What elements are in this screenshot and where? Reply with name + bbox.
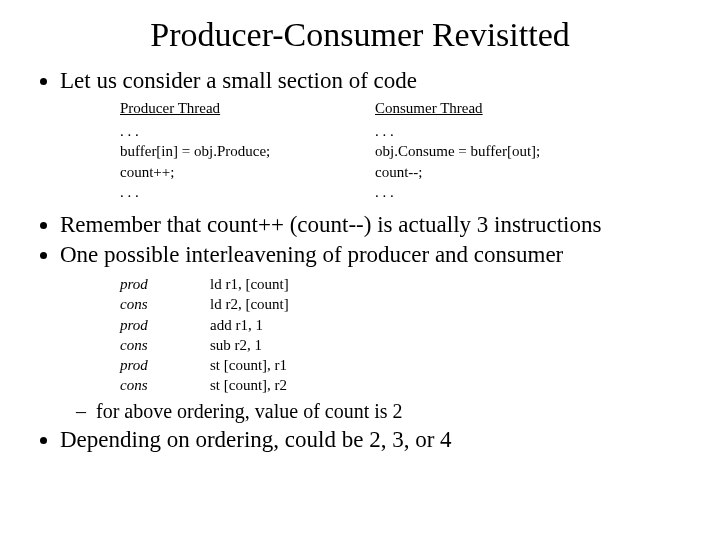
bullet-2: Remember that count++ (count--) is actua…: [60, 212, 690, 238]
producer-header: Producer Thread: [120, 100, 375, 117]
interleave-role: cons: [120, 294, 210, 314]
interleave-role: prod: [120, 315, 210, 335]
bullet-3: One possible interleavening of producer …: [60, 242, 690, 268]
producer-line: . . .: [120, 121, 375, 141]
slide: Producer-Consumer Revisitted Let us cons…: [0, 0, 720, 540]
interleave-role: cons: [120, 335, 210, 355]
interleave-instr: sub r2, 1: [210, 335, 262, 355]
interleave-instr: ld r2, [count]: [210, 294, 289, 314]
bullet-list: for above ordering, value of count is 2 …: [38, 400, 690, 453]
interleave-row: prod ld r1, [count]: [120, 274, 690, 294]
consumer-line: . . .: [375, 121, 630, 141]
consumer-line: . . .: [375, 182, 630, 202]
consumer-line: count--;: [375, 162, 630, 182]
producer-line: buffer[in] = obj.Produce;: [120, 141, 375, 161]
interleave-row: cons st [count], r2: [120, 375, 690, 395]
interleave-instr: ld r1, [count]: [210, 274, 289, 294]
bullet-4: Depending on ordering, could be 2, 3, or…: [60, 427, 690, 453]
slide-title: Producer-Consumer Revisitted: [30, 16, 690, 54]
interleave-instr: st [count], r1: [210, 355, 287, 375]
interleave-instr: st [count], r2: [210, 375, 287, 395]
interleave-row: cons ld r2, [count]: [120, 294, 690, 314]
thread-code-block: Producer Thread . . . buffer[in] = obj.P…: [120, 100, 690, 202]
interleave-role: prod: [120, 274, 210, 294]
consumer-line: obj.Consume = buffer[out];: [375, 141, 630, 161]
consumer-header: Consumer Thread: [375, 100, 630, 117]
bullet-1: Let us consider a small section of code: [60, 68, 690, 94]
sub-bullet-list: for above ordering, value of count is 2: [74, 400, 690, 423]
interleave-row: cons sub r2, 1: [120, 335, 690, 355]
interleave-block: prod ld r1, [count] cons ld r2, [count] …: [120, 274, 690, 396]
interleave-row: prod add r1, 1: [120, 315, 690, 335]
sub-bullet: for above ordering, value of count is 2: [96, 400, 690, 423]
bullet-list: Let us consider a small section of code: [38, 68, 690, 94]
sub-wrapper: for above ordering, value of count is 2: [60, 400, 690, 423]
interleave-row: prod st [count], r1: [120, 355, 690, 375]
interleave-role: cons: [120, 375, 210, 395]
consumer-column: Consumer Thread . . . obj.Consume = buff…: [375, 100, 630, 202]
producer-line: . . .: [120, 182, 375, 202]
interleave-role: prod: [120, 355, 210, 375]
bullet-list: Remember that count++ (count--) is actua…: [38, 212, 690, 268]
producer-column: Producer Thread . . . buffer[in] = obj.P…: [120, 100, 375, 202]
interleave-instr: add r1, 1: [210, 315, 263, 335]
producer-line: count++;: [120, 162, 375, 182]
